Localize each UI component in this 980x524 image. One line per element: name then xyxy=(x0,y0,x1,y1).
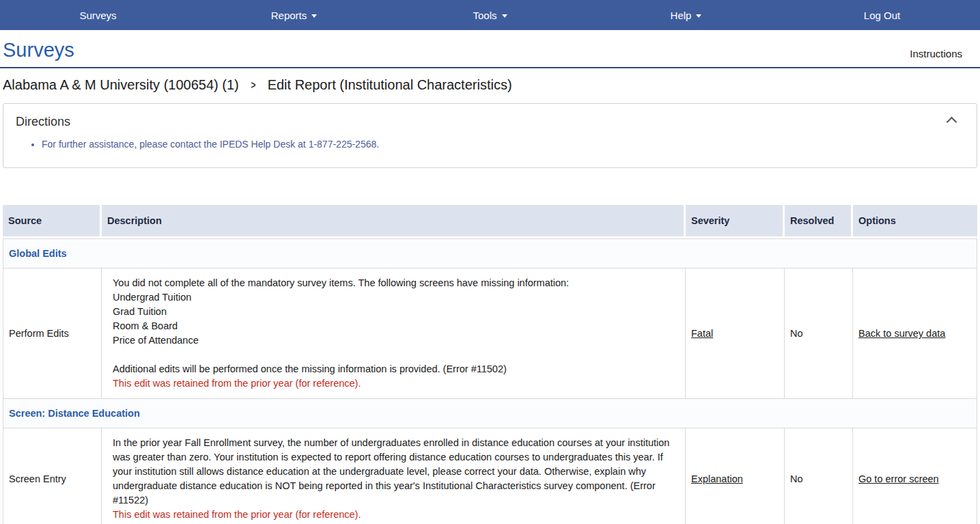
dropdown-caret-icon xyxy=(696,14,701,18)
directions-collapse-button[interactable] xyxy=(948,116,959,126)
description-cell: In the prior year Fall Enrollment survey… xyxy=(102,428,686,524)
source-cell: Perform Edits xyxy=(3,268,102,399)
resolved-cell: No xyxy=(785,268,853,399)
explanation-link[interactable]: Explanation xyxy=(691,473,743,484)
nav-label-surveys: Surveys xyxy=(79,10,116,21)
dropdown-caret-icon xyxy=(311,14,317,18)
group-label: Screen: Distance Education xyxy=(3,399,977,428)
group-label: Global Edits xyxy=(3,238,977,268)
column-header-severity: Severity xyxy=(686,205,785,238)
instructions-link[interactable]: Instructions xyxy=(910,48,962,61)
edit-row-screen-entry: Screen Entry In the prior year Fall Enro… xyxy=(3,428,977,524)
resolved-cell: No xyxy=(785,428,853,524)
source-cell: Screen Entry xyxy=(3,428,102,524)
edit-row-perform-edits: Perform Edits You did not complete all o… xyxy=(3,268,977,399)
nav-item-help[interactable]: Help xyxy=(588,0,784,30)
nav-item-surveys[interactable]: Surveys xyxy=(0,0,196,30)
column-header-description: Description xyxy=(102,205,686,238)
column-header-options: Options xyxy=(853,205,977,238)
options-cell: Go to error screen xyxy=(853,428,977,524)
severity-cell: Fatal xyxy=(686,268,785,399)
breadcrumb: Alabama A & M University (100654) (1) > … xyxy=(0,68,980,102)
nav-label-logout: Log Out xyxy=(864,10,900,21)
nav-label-tools: Tools xyxy=(473,10,496,21)
description-cell: You did not complete all of the mandator… xyxy=(102,268,686,399)
table-header: Source Description Severity Resolved Opt… xyxy=(3,205,977,238)
top-nav: Surveys Reports Tools Help Log Out xyxy=(0,0,980,30)
help-desk-note: For further assistance, please contact t… xyxy=(42,139,964,150)
group-row-distance-education: Screen: Distance Education xyxy=(3,399,977,428)
retained-note: This edit was retained from the prior ye… xyxy=(113,508,674,522)
page-header: Surveys Instructions xyxy=(0,30,980,68)
column-header-resolved: Resolved xyxy=(785,205,853,238)
back-to-survey-data-link[interactable]: Back to survey data xyxy=(858,328,945,339)
retained-note: This edit was retained from the prior ye… xyxy=(113,376,674,391)
nav-label-reports: Reports xyxy=(271,10,307,21)
column-header-source: Source xyxy=(3,205,102,238)
options-cell: Back to survey data xyxy=(853,268,977,399)
nav-item-logout[interactable]: Log Out xyxy=(784,0,980,30)
page-title: Surveys xyxy=(3,40,74,61)
severity-cell: Explanation xyxy=(686,428,785,524)
dropdown-caret-icon xyxy=(502,14,507,18)
chevron-up-icon xyxy=(947,117,957,128)
directions-list: For further assistance, please contact t… xyxy=(16,139,964,150)
nav-item-reports[interactable]: Reports xyxy=(196,0,392,30)
directions-panel: Directions For further assistance, pleas… xyxy=(3,103,977,168)
group-row-global-edits: Global Edits xyxy=(3,238,977,268)
breadcrumb-institution[interactable]: Alabama A & M University (100654) (1) xyxy=(3,77,239,93)
directions-title: Directions xyxy=(16,115,964,129)
severity-link[interactable]: Fatal xyxy=(691,328,713,339)
description-text: You did not complete all of the mandator… xyxy=(113,276,674,376)
breadcrumb-current-page: Edit Report (Institutional Characteristi… xyxy=(268,77,512,93)
description-text: In the prior year Fall Enrollment survey… xyxy=(113,436,674,508)
nav-item-tools[interactable]: Tools xyxy=(392,0,588,30)
edit-report-table: Source Description Severity Resolved Opt… xyxy=(3,205,977,524)
breadcrumb-separator-icon: > xyxy=(251,79,255,92)
go-to-error-screen-link[interactable]: Go to error screen xyxy=(858,473,939,484)
nav-label-help: Help xyxy=(671,10,692,21)
